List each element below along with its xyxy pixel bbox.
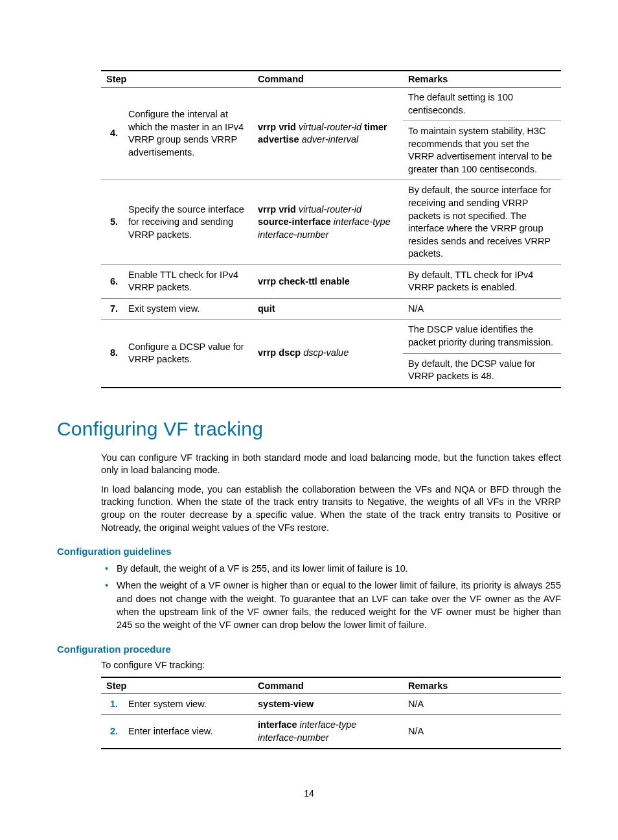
command-cell: system-view [253, 694, 403, 715]
guidelines-list: By default, the weight of a VF is 255, a… [101, 562, 561, 631]
table-row: 7. Exit system view. quit N/A [101, 298, 561, 320]
remarks-cell: N/A [403, 694, 561, 715]
remarks-cell: By default, TTL check for IPv4 VRRP pack… [403, 264, 561, 298]
command-cell: vrrp vrid virtual-router-id source-inter… [253, 180, 403, 264]
paragraph: You can configure VF tracking in both st… [101, 452, 561, 477]
remarks-cell: The default setting is 100 centiseconds.… [403, 88, 561, 180]
table-row: 5. Specify the source interface for rece… [101, 180, 561, 264]
section-heading: Configuring VF tracking [57, 418, 561, 440]
step-number: 5. [110, 216, 118, 227]
step-desc: Specify the source interface for receivi… [123, 180, 253, 264]
step-desc: Enter system view. [123, 694, 253, 715]
step-desc: Configure a DCSP value for VRRP packets. [123, 320, 253, 388]
th-command: Command [253, 677, 403, 694]
remarks-cell: By default, the source interface for rec… [403, 180, 561, 264]
procedure-heading: Configuration procedure [57, 644, 561, 655]
th-remarks: Remarks [403, 71, 561, 88]
command-cell: vrrp dscp dscp-value [253, 320, 403, 388]
table2: Step Command Remarks 1. Enter system vie… [101, 677, 561, 750]
procedure-intro: To configure VF tracking: [101, 660, 561, 670]
step-number: 2. [110, 726, 118, 736]
step-number: 6. [110, 276, 118, 286]
command-table-2: Step Command Remarks 1. Enter system vie… [101, 677, 561, 750]
th-step: Step [101, 71, 253, 88]
step-number: 7. [110, 303, 118, 314]
table-row: 2. Enter interface view. interface inter… [101, 715, 561, 749]
table1: Step Command Remarks 4. Configure the in… [101, 70, 561, 388]
guidelines-heading: Configuration guidelines [57, 546, 561, 557]
remarks-cell: The DSCP value identifies the packet pri… [403, 320, 561, 388]
step-desc: Exit system view. [123, 298, 253, 320]
list-item: When the weight of a VF owner is higher … [117, 579, 561, 631]
command-cell: vrrp check-ttl enable [253, 264, 403, 298]
paragraph: In load balancing mode, you can establis… [101, 484, 561, 534]
step-desc: Configure the interval at which the mast… [123, 88, 253, 180]
page: Step Command Remarks 4. Configure the in… [0, 0, 618, 837]
th-step: Step [101, 677, 253, 694]
step-desc: Enable TTL check for IPv4 VRRP packets. [123, 264, 253, 298]
command-cell: interface interface-type interface-numbe… [253, 715, 403, 749]
step-number: 1. [110, 699, 118, 709]
page-number: 14 [57, 788, 561, 799]
command-table-1: Step Command Remarks 4. Configure the in… [101, 70, 561, 388]
step-number: 8. [110, 347, 118, 358]
remarks-cell: N/A [403, 715, 561, 749]
list-item: By default, the weight of a VF is 255, a… [117, 562, 561, 575]
command-cell: vrrp vrid virtual-router-id timer advert… [253, 88, 403, 180]
table-row: 8. Configure a DCSP value for VRRP packe… [101, 320, 561, 388]
table-row: 4. Configure the interval at which the m… [101, 88, 561, 180]
th-command: Command [253, 71, 403, 88]
command-cell: quit [253, 298, 403, 320]
step-number: 4. [110, 128, 118, 138]
table-row: 6. Enable TTL check for IPv4 VRRP packet… [101, 264, 561, 298]
table-row: 1. Enter system view. system-view N/A [101, 694, 561, 715]
step-desc: Enter interface view. [123, 715, 253, 749]
remarks-cell: N/A [403, 298, 561, 320]
th-remarks: Remarks [403, 677, 561, 694]
